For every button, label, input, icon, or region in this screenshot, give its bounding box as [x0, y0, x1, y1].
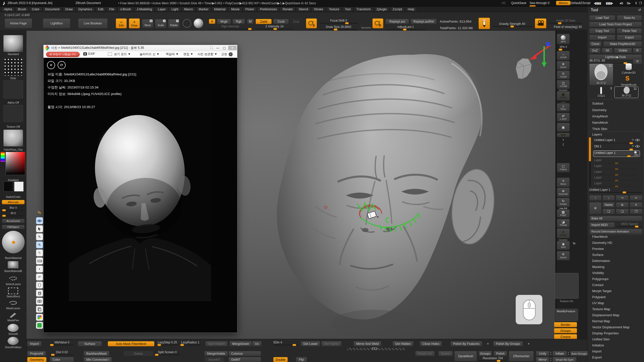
undo-icon[interactable]: ↶: [36, 274, 43, 281]
layers-scrollbar[interactable]: [589, 137, 591, 161]
mirror-and-weld-button[interactable]: Mirror And Weld: [353, 341, 381, 346]
viewer-close-icon[interactable]: ✕: [228, 46, 237, 50]
menu-zplugin[interactable]: Zplugin: [374, 7, 389, 12]
layer-row-dim-1[interactable]: Layer: [593, 158, 640, 164]
blur-slider[interactable]: Blur 0: [2, 206, 25, 211]
record-deformation-button[interactable]: Record Deformation Animation: [589, 229, 642, 234]
delmt-button[interactable]: DelMT: [228, 357, 261, 362]
ghost-button[interactable]: ⊘Ghost: [557, 228, 570, 238]
goz-all-button[interactable]: All: [602, 48, 613, 53]
menu-zscript[interactable]: Zscript: [390, 7, 405, 12]
section-visibility[interactable]: Visibility: [592, 271, 604, 275]
viewer-close-overlay-button[interactable]: ✕: [47, 61, 55, 69]
green-color-swatch[interactable]: [36, 322, 43, 329]
transp-button[interactable]: ◪Transp: [557, 219, 570, 228]
section-uv-map[interactable]: UV Map: [592, 301, 604, 305]
split-screen-slider[interactable]: Split Screen 0: [155, 350, 180, 355]
layer-2-dot-icon[interactable]: [632, 145, 634, 147]
layer-dim-handle[interactable]: [615, 186, 618, 187]
menu-marker[interactable]: Marker: [196, 7, 211, 12]
layer-2-intensity-handle[interactable]: [629, 149, 633, 150]
adjust-last-slider[interactable]: AdjustLast 1: [385, 25, 426, 30]
close-holes-button[interactable]: Close Holes: [420, 341, 442, 346]
dynamesh-groups-button[interactable]: Groups: [478, 351, 492, 356]
double-button[interactable]: Double: [273, 357, 288, 362]
dynamesh-button[interactable]: DynaMesh: [454, 351, 477, 361]
goz-visible-button[interactable]: Visible: [614, 48, 632, 53]
menu-preferences[interactable]: Preferences: [257, 7, 279, 12]
del-hidden-button[interactable]: Del Hidden: [392, 341, 414, 346]
secondary-color-swatch[interactable]: [14, 182, 24, 192]
mergedown-button[interactable]: MergeDown: [229, 341, 252, 346]
view-mode-menu[interactable]: 보기 모드 ▼: [114, 52, 131, 56]
menu-file[interactable]: File: [107, 7, 117, 12]
menu-stencil[interactable]: Stencil: [296, 7, 311, 12]
surface-button[interactable]: Surface: [78, 341, 102, 346]
mask-lasso-icon[interactable]: [8, 300, 19, 306]
smart-resym-button[interactable]: Smart Re:Sym: [552, 357, 577, 362]
section-geometry-hd[interactable]: Geometry HD: [592, 241, 612, 245]
tray-right-icon[interactable]: ▮▮▮▮▸: [606, 1, 613, 5]
lsym-button[interactable]: ⇄L.Sym: [557, 113, 570, 122]
border-button[interactable]: Border: [554, 322, 577, 327]
mirror-stepper[interactable]: ▲▼: [550, 357, 552, 361]
auto-mask-fibermesh-button[interactable]: Auto Mask FiberMesh: [108, 341, 154, 346]
layers-header[interactable]: Layers: [592, 132, 602, 136]
flip-button[interactable]: Flip: [296, 357, 307, 362]
color-button[interactable]: Color: [50, 357, 74, 362]
current-brush-thumbnail[interactable]: [3, 35, 23, 52]
pin-menu[interactable]: 고정: [221, 52, 227, 56]
highlighter-tool-icon[interactable]: ✎: [36, 241, 43, 248]
simplebrush-tool[interactable]: S SimpleBrush: [615, 75, 642, 86]
rgb-intensity-slider[interactable]: Rgb Intensity: [209, 25, 252, 29]
zoom3d-button[interactable]: ⊕Zoom3D: [557, 188, 570, 197]
viewer-title-bar[interactable]: 사진 > 54efd410400131a6e24ab6f068af04ed.jp…: [44, 45, 237, 51]
z-lock-button[interactable]: Z: [557, 143, 570, 147]
auto-groups-button[interactable]: Auto Groups: [570, 351, 588, 356]
copy-tool-button[interactable]: Copy Tool: [589, 28, 615, 34]
floor-button[interactable]: ⊥Floor: [557, 103, 570, 112]
texture-off-thumbnail[interactable]: [3, 105, 23, 122]
polish-by-features-toggle[interactable]: [487, 343, 489, 345]
rotate3d-button[interactable]: ↻Rotate: [557, 198, 570, 207]
smooth-thumbnail[interactable]: [8, 324, 19, 332]
layer-row-dim-3[interactable]: Layer: [593, 169, 640, 175]
fill-object-button[interactable]: FillObject: [2, 225, 25, 229]
layer-intensity-slider[interactable]: Untitled Layer 1: [589, 188, 642, 193]
lazystep-slider[interactable]: LazyStep 0.25: [157, 341, 178, 345]
section-displacement-map[interactable]: Displacement Map: [592, 313, 619, 317]
tray-left-icon[interactable]: ◂▮▮▮▮: [594, 1, 601, 5]
menu-color[interactable]: Color: [29, 7, 42, 12]
polish-by-features-button[interactable]: Polish By Features: [450, 341, 482, 346]
layer-name-button[interactable]: Name: [602, 202, 615, 208]
menu-help[interactable]: Help: [405, 7, 417, 12]
see-through-slider[interactable]: See-through 0: [530, 1, 549, 5]
aahalf-button[interactable]: ◫AAHalf: [557, 80, 570, 89]
edit-mode-button[interactable]: ▱ Edit: [116, 18, 127, 28]
photo-library-menu[interactable]: 사진 보관함 ▼: [197, 52, 217, 56]
exif-button[interactable]: EXIF: [88, 52, 95, 56]
section-initialize[interactable]: Initialize: [592, 343, 604, 347]
replay-last-button[interactable]: ReplayLast: [385, 19, 409, 24]
section-texture-map[interactable]: Texture Map: [592, 307, 610, 311]
select-lasso-icon[interactable]: [8, 275, 19, 282]
bake-all-button[interactable]: Bake All: [589, 216, 642, 221]
menu-dynamics[interactable]: Dynamics: [76, 7, 95, 12]
lightbox-button[interactable]: LightBox: [43, 18, 70, 28]
polish-by-groups-toggle[interactable]: [528, 343, 530, 345]
menu-alpha[interactable]: Alpha: [2, 7, 15, 12]
import-mdd-button[interactable]: Import MDD: [589, 222, 615, 228]
rotate-mode-button[interactable]: R Rotate: [168, 19, 180, 28]
layer-new-button[interactable]: ⊞: [589, 202, 601, 214]
delete-button-2[interactable]: Delete: [438, 351, 453, 356]
crease-button[interactable]: Crease: [554, 334, 577, 339]
alternate-button[interactable]: Alternate: [2, 200, 25, 204]
cylinder3d-tool[interactable]: Cylinder3D: [615, 63, 642, 74]
section-thickskin[interactable]: Thick Skin: [592, 127, 607, 131]
shelf-scroll-arrows[interactable]: ▲▼: [372, 347, 377, 350]
z-intensity-slider[interactable]: Z Intensity 14: [256, 25, 293, 29]
xyz-lock-button[interactable]: XYZ: [557, 133, 570, 137]
camera-lock-button[interactable]: ▣: [557, 123, 570, 132]
polish-by-groups-button[interactable]: Polish By Groups: [493, 341, 523, 346]
menu-movie[interactable]: Movie: [229, 7, 242, 12]
